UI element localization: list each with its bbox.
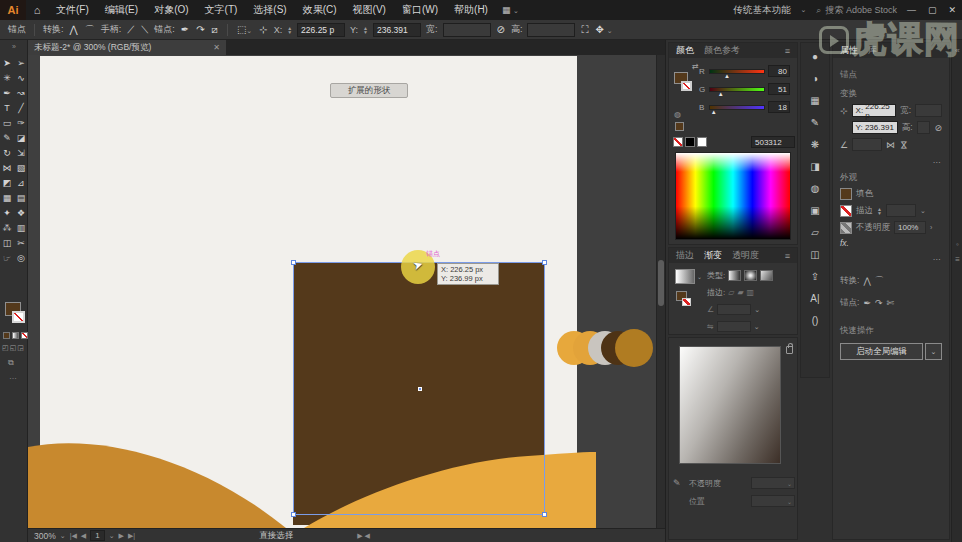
constrain-link-icon[interactable]: ⊘ [496,24,506,35]
fill-color-swatch[interactable] [840,188,852,200]
lock-icon[interactable] [786,346,793,354]
white-swatch[interactable] [697,137,707,147]
green-slider[interactable]: ▲ [709,87,765,92]
rectangle-tool-icon[interactable]: ▭ [1,116,14,130]
menu-type[interactable]: 文字(T) [197,0,246,20]
pencil-tool-icon[interactable]: ✎ [1,131,14,145]
blend-tool-icon[interactable]: ❖ [15,206,28,220]
anchor-top-right[interactable] [542,260,547,265]
appearance-more-icon[interactable]: … [840,252,942,262]
rotate-tool-icon[interactable]: ↻ [1,146,14,160]
stroke-along-icon[interactable]: ▰ [737,288,743,297]
symbols-icon[interactable]: ❋ [806,137,824,153]
brushes-icon[interactable]: ✎ [806,115,824,131]
blue-value-field[interactable]: 18 [768,101,790,113]
isolate-icon[interactable]: ⧄ [211,24,219,36]
angle-field[interactable] [852,138,882,151]
blue-slider[interactable]: ▲ [709,105,765,110]
tab-properties[interactable]: 属性 [840,44,858,57]
color-panel-icon[interactable]: ● [806,49,824,65]
x-stepper[interactable]: ▲▼ [287,26,292,34]
red-slider[interactable]: ▲ [709,69,765,74]
scale-tool-icon[interactable]: ⇲ [15,146,28,160]
gradient-stop-pencil-icon[interactable]: ✎ [673,478,685,488]
anchor-bottom-left[interactable] [291,512,296,517]
width-input[interactable] [443,23,491,37]
last-artboard-icon[interactable]: ▶| [128,532,135,540]
stroke-across-icon[interactable]: ▥ [747,288,755,297]
chevron-down-icon[interactable]: ⌄ [754,306,760,314]
draw-inside-icon[interactable]: ◲ [17,344,24,352]
tab-transparency[interactable]: 透明度 [732,249,759,262]
symbol-sprayer-tool-icon[interactable]: ⁂ [1,221,14,235]
flip-vertical-icon[interactable]: ⋈ [899,140,909,149]
freeform-gradient-icon[interactable] [760,270,773,281]
gradient-swatch[interactable] [675,269,695,284]
anchor-top-left[interactable] [291,260,296,265]
prev-artboard-icon[interactable]: ◀ [81,532,86,540]
chevron-down-icon[interactable]: ⌄ [920,207,926,215]
perspective-grid-tool-icon[interactable]: ⊿ [15,176,28,190]
tab-color-guide[interactable]: 颜色参考 [704,44,740,57]
stroke-swatch[interactable] [12,311,25,323]
pen-tool-icon[interactable]: ✒ [1,86,14,100]
swap-fill-stroke-icon[interactable]: ⇄ [692,62,699,71]
reverse-gradient-icon[interactable]: ⇋ [707,322,714,331]
toolbar-collapse-icon[interactable]: » [0,43,28,50]
aspect-field[interactable] [717,321,751,332]
radial-gradient-icon[interactable] [744,270,757,281]
cut-path-icon[interactable]: ✄ [886,298,894,308]
hide-handles-icon[interactable]: ⟍ [140,24,149,36]
stroke-color-swatch[interactable] [840,205,852,217]
panel-menu-icon[interactable]: ≡ [785,251,790,261]
stroke-within-icon[interactable]: ▱ [728,288,734,297]
show-handles-icon[interactable]: ⟋ [126,24,135,36]
type-tool-icon[interactable]: T [1,101,14,115]
column-graph-tool-icon[interactable]: ▥ [15,221,28,235]
vertical-scrollbar-thumb[interactable] [658,260,664,306]
menu-select[interactable]: 选择(S) [245,0,294,20]
menu-help[interactable]: 帮助(H) [446,0,496,20]
last-color-swatch[interactable] [675,122,684,131]
none-swatch[interactable] [673,137,683,147]
lasso-tool-icon[interactable]: ∿ [15,71,28,85]
y-stepper[interactable]: ▲▼ [363,26,368,34]
zoom-tool-icon[interactable]: ◎ [15,251,28,265]
status-expand-icon[interactable]: ▶ ◀ [357,532,370,540]
menu-edit[interactable]: 编辑(E) [97,0,146,20]
selection-tool-icon[interactable]: ➤ [1,56,14,70]
chevron-down-icon[interactable]: ⌄ [697,273,702,280]
width-field[interactable] [915,104,942,117]
curvature-tool-icon[interactable]: ↝ [15,86,28,100]
stock-search[interactable]: ⌕搜索 Adobe Stock [816,4,897,17]
height-field[interactable] [917,121,931,134]
home-icon[interactable]: ⌂ [26,4,48,16]
width-tool-icon[interactable]: ⋈ [1,161,14,175]
chevron-down-icon[interactable]: ⌄ [754,323,760,331]
x-input[interactable]: 226.25 p [297,23,345,37]
artboard-number-field[interactable]: 1 [90,530,104,541]
align-grid-icon[interactable]: ⬚⌄ [236,24,253,35]
gradient-stroke-proxy[interactable] [682,298,691,306]
color-wheel-icon[interactable]: ◍ [674,110,681,119]
black-swatch[interactable] [685,137,695,147]
collapse-panels-icon[interactable]: « [952,46,962,55]
red-value-field[interactable]: 80 [768,65,790,77]
zoom-dropdown-icon[interactable]: ⌄ [60,532,66,540]
reference-point-icon[interactable]: ⊹ [258,24,268,35]
none-mode-icon[interactable] [21,332,28,339]
minimize-button[interactable]: — [907,5,916,15]
mesh-tool-icon[interactable]: ▦ [1,191,14,205]
remove-anchor-icon[interactable]: ✒ [180,24,190,35]
shape-builder-tool-icon[interactable]: ◩ [1,176,14,190]
document-layout-icon[interactable]: ▦ ⌄ [502,5,519,15]
artboard-dropdown-icon[interactable]: ⌄ [109,532,115,540]
paintbrush-tool-icon[interactable]: ✑ [15,116,28,130]
document-tab[interactable]: 未标题-2* @ 300% (RGB/预览) ✕ [28,40,226,55]
anchor-bottom-right[interactable] [542,512,547,517]
fx-icon[interactable]: fx. [840,238,849,248]
restore-button[interactable]: ▢ [928,5,937,15]
panel-menu-icon[interactable]: ≡ [952,255,962,264]
gradient-tool-icon[interactable]: ▤ [15,191,28,205]
magic-wand-tool-icon[interactable]: ✳ [1,71,14,85]
